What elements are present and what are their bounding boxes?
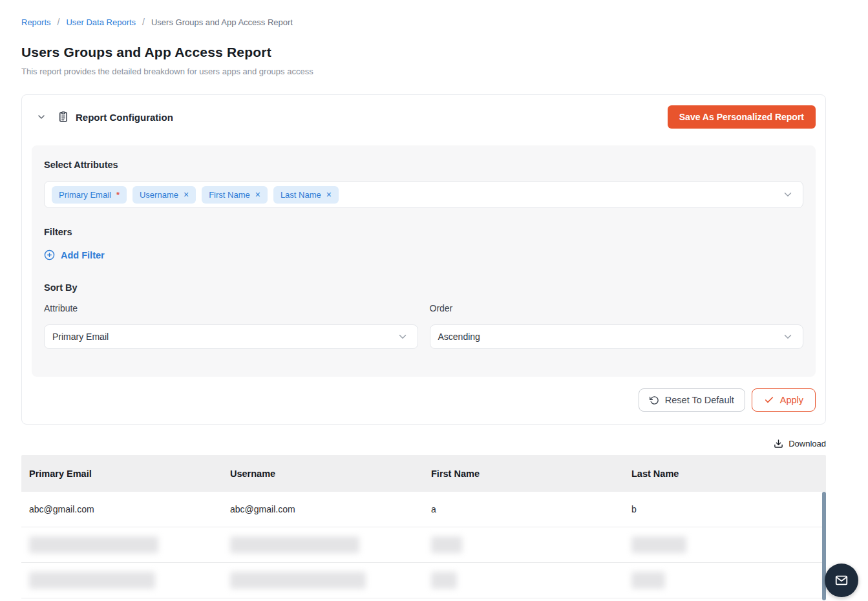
table-row-redacted[interactable] [21, 563, 826, 598]
breadcrumb-separator: / [58, 17, 60, 27]
collapse-chevron-icon[interactable] [34, 110, 48, 124]
results-table: Primary Email Username First Name Last N… [21, 455, 826, 598]
download-label: Download [789, 439, 826, 448]
chevron-down-icon[interactable] [782, 189, 794, 200]
report-page: Reports / User Data Reports / Users Grou… [0, 0, 868, 601]
redacted-cell [29, 536, 158, 553]
column-header-username: Username [222, 469, 423, 479]
redacted-cell [631, 572, 665, 589]
chip-close-icon[interactable]: × [326, 191, 332, 198]
cell-last-name: b [624, 504, 826, 514]
redacted-cell [431, 572, 457, 589]
apply-button-label: Apply [780, 395, 803, 405]
table-header-row: Primary Email Username First Name Last N… [21, 455, 826, 492]
breadcrumb-user-data-reports[interactable]: User Data Reports [66, 17, 136, 27]
cell-first-name: a [423, 504, 624, 514]
sort-order-field: Order Ascending [430, 303, 804, 349]
chip-label: First Name [209, 190, 250, 200]
page-title: Users Groups and App Access Report [21, 45, 826, 60]
reset-to-default-button[interactable]: Reset To Default [639, 388, 745, 412]
attribute-chip-primary-email[interactable]: Primary Email * [52, 186, 127, 204]
redacted-cell [431, 536, 462, 553]
clipboard-icon [58, 111, 69, 123]
configuration-panel: Select Attributes Primary Email * Userna… [32, 145, 816, 377]
chevron-down-icon [782, 331, 794, 343]
attribute-chip-last-name[interactable]: Last Name × [273, 186, 339, 204]
attributes-multiselect[interactable]: Primary Email * Username × First Name × [44, 181, 803, 208]
add-filter-label: Add Filter [61, 250, 105, 260]
attribute-chip-list: Primary Email * Username × First Name × [52, 186, 782, 204]
breadcrumb-current: Users Groups and App Access Report [151, 17, 293, 27]
chip-label: Username [140, 190, 178, 200]
column-header-first-name: First Name [423, 469, 624, 479]
breadcrumb: Reports / User Data Reports / Users Grou… [21, 0, 826, 27]
redacted-cell [631, 536, 686, 553]
cell-username: abc@gmail.com [222, 504, 423, 514]
breadcrumb-separator: / [142, 17, 145, 27]
chip-label: Primary Email [59, 190, 111, 200]
envelope-icon [834, 573, 849, 587]
chevron-down-icon [397, 331, 408, 343]
sort-by-label: Sort By [44, 282, 803, 293]
column-header-primary-email: Primary Email [21, 469, 222, 479]
chip-label: Last Name [281, 190, 321, 200]
page-subtitle: This report provides the detailed breakd… [21, 67, 826, 76]
redacted-cell [230, 572, 366, 589]
redacted-cell [29, 572, 155, 589]
order-field-label: Order [430, 303, 804, 313]
table-row-redacted[interactable] [21, 527, 826, 563]
chip-close-icon[interactable]: × [184, 191, 189, 198]
required-asterisk: * [116, 190, 120, 200]
sort-order-value: Ascending [438, 332, 783, 342]
filters-label: Filters [44, 227, 803, 237]
column-header-last-name: Last Name [624, 469, 826, 479]
card-header: Report Configuration Save As Personalize… [32, 105, 816, 129]
card-title: Report Configuration [76, 112, 173, 123]
cell-primary-email: abc@gmail.com [21, 504, 222, 514]
sort-order-dropdown[interactable]: Ascending [430, 324, 804, 349]
chat-widget-button[interactable] [825, 564, 858, 597]
sort-attribute-value: Primary Email [52, 332, 397, 342]
attribute-field-label: Attribute [44, 303, 418, 313]
attribute-chip-username[interactable]: Username × [132, 186, 196, 204]
breadcrumb-reports[interactable]: Reports [21, 17, 51, 27]
rotate-ccw-icon [650, 395, 659, 405]
attribute-chip-first-name[interactable]: First Name × [202, 186, 268, 204]
sort-attribute-dropdown[interactable]: Primary Email [44, 324, 418, 349]
apply-button[interactable]: Apply [752, 388, 816, 412]
plus-circle-icon [44, 249, 55, 260]
redacted-cell [230, 536, 359, 553]
check-icon [764, 395, 774, 405]
reset-button-label: Reset To Default [665, 395, 734, 405]
save-as-personalized-report-button[interactable]: Save As Personalized Report [668, 105, 816, 129]
table-row[interactable]: abc@gmail.com abc@gmail.com a b [21, 492, 826, 527]
add-filter-button[interactable]: Add Filter [44, 249, 105, 260]
report-configuration-card: Report Configuration Save As Personalize… [21, 94, 826, 425]
select-attributes-label: Select Attributes [44, 160, 803, 170]
download-icon [774, 439, 783, 448]
sort-attribute-field: Attribute Primary Email [44, 303, 418, 349]
chip-close-icon[interactable]: × [255, 191, 260, 198]
download-button[interactable]: Download [774, 439, 826, 448]
